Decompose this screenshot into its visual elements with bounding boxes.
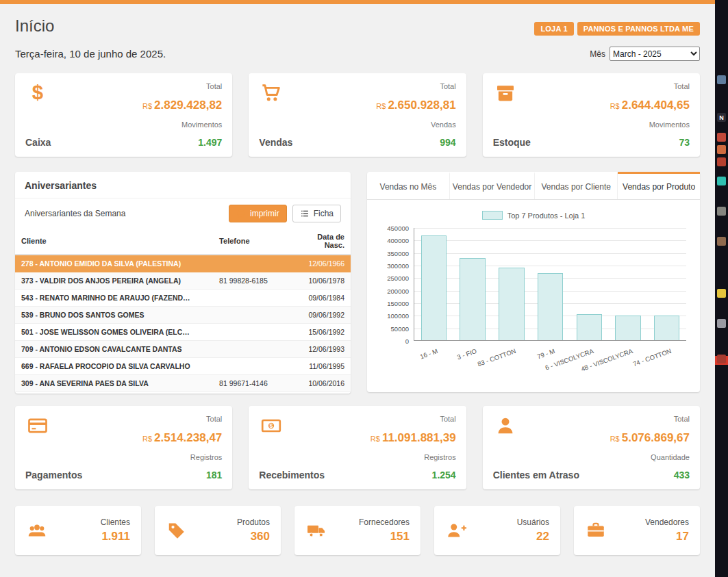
strip-app-icon[interactable] (717, 177, 726, 185)
stat-count-label: Registros (142, 453, 222, 461)
ficha-button[interactable]: Ficha (292, 205, 341, 222)
strip-app-icon[interactable] (717, 133, 726, 142)
strip-app-icon[interactable] (717, 237, 726, 246)
chart-bar[interactable] (654, 316, 679, 340)
strip-app-icon[interactable] (717, 355, 726, 363)
legend-swatch (482, 211, 503, 220)
table-row[interactable]: 501 - JOSE WELISSON GOMES OLIVEIRA (ELC…… (15, 324, 351, 341)
legend-label: Top 7 Produtos - Loja 1 (507, 211, 586, 220)
table-row[interactable]: 669 - RAFAELA PROCOPIO DA SILVA CARVALHO… (15, 358, 351, 375)
briefcase-icon (585, 520, 607, 541)
browser-side-strip: N (715, 0, 728, 577)
tab-vendas-por-vendedor[interactable]: Vendas por Vendedor (450, 172, 535, 199)
stat-row-top: $CaixaTotalR$2.829.428,82Movimentos1.497… (15, 73, 700, 157)
cart-icon (259, 82, 284, 104)
stat-total-label: Total (610, 82, 690, 90)
y-tick-label: 150000 (387, 300, 409, 307)
main-content: Início LOJA 1 PANNOS E PANNOS LTDA ME Te… (0, 4, 715, 577)
stat-count-value: 73 (610, 137, 690, 148)
chart-bar[interactable] (460, 258, 485, 340)
stat-total-value: R$2.514.238,47 (142, 431, 222, 445)
tab-vendas-por-produto[interactable]: Vendas por Produto (618, 172, 700, 199)
stat-total-label: Total (376, 82, 455, 90)
x-tick-label: 3 - FIO (456, 347, 478, 361)
strip-app-icon[interactable] (717, 75, 726, 84)
cell-phone (213, 290, 290, 307)
mini-card-vendedores[interactable]: Vendedores17 (574, 506, 700, 555)
stat-card-right: TotalR$2.650.928,81Vendas994 (376, 82, 455, 148)
current-date-text: Terça-feira, 10 de junho de 2025. (15, 48, 166, 60)
birthdays-panel: Aniversariantes Aniversariantes da Seman… (15, 172, 351, 394)
stat-total-label: Total (142, 82, 222, 90)
bar-cell (570, 228, 609, 340)
cell-birthdate: 15/06/1992 (290, 324, 351, 341)
chart-bar[interactable] (615, 316, 640, 340)
ficha-button-label: Ficha (314, 209, 334, 218)
table-row[interactable]: 543 - RENATO MARINHO DE ARAUJO (FAZEND…0… (15, 290, 351, 307)
stat-row-bottom: PagamentosTotalR$2.514.238,47Registros18… (15, 406, 700, 489)
y-tick-label: 250000 (387, 274, 409, 282)
stat-card-title: Clientes em Atraso (493, 470, 579, 480)
table-row[interactable]: 309 - ANA SEVERINA PAES DA SILVA81 99671… (15, 375, 351, 392)
stat-card-caixa: $CaixaTotalR$2.829.428,82Movimentos1.497 (15, 73, 232, 157)
strip-app-icon[interactable] (717, 319, 726, 328)
chart-y-axis: 4500004000003500003000002500002000001500… (381, 228, 414, 341)
chart-bar[interactable] (538, 273, 563, 340)
cell-birthdate: 10/06/2016 (290, 375, 351, 392)
month-select[interactable]: March - 2025 (610, 47, 700, 61)
mini-card-label: Vendedores (645, 517, 689, 527)
stat-total-value: R$2.644.404,65 (610, 99, 690, 112)
truck-icon (305, 520, 327, 541)
archive-icon (493, 82, 518, 104)
table-row[interactable]: 278 - ANTONIO EMIDIO DA SILVA (PALESTINA… (15, 255, 351, 272)
cell-client: 543 - RENATO MARINHO DE ARAUJO (FAZEND… (15, 290, 213, 307)
sales-panel: Vendas no MêsVendas por VendedorVendas p… (367, 172, 700, 392)
chart-bar[interactable] (421, 235, 447, 340)
birthday-table-header: Cliente Telefone Data de Nasc. (15, 229, 351, 255)
mini-card-label: Fornecedores (359, 517, 410, 527)
print-button[interactable]: imprimir (229, 205, 287, 222)
birthday-table: Cliente Telefone Data de Nasc. 278 - ANT… (15, 229, 351, 392)
mini-card-usuarios[interactable]: Usuários22 (434, 506, 560, 555)
currency-prefix: R$ (142, 102, 152, 110)
stat-total-label: Total (142, 415, 222, 423)
bar-cell (453, 228, 492, 340)
mini-card-clientes[interactable]: Clientes1.911 (15, 506, 141, 555)
person-icon (493, 415, 518, 437)
cell-phone (213, 341, 290, 358)
cell-birthdate: 09/06/1992 (290, 307, 351, 324)
table-row[interactable]: 373 - VALDIR DOS ANJOS PEREIRA (ANGELA)8… (15, 272, 351, 290)
tab-vendas-por-cliente[interactable]: Vendas por Cliente (535, 172, 618, 199)
tab-vendas-no-mes[interactable]: Vendas no Mês (367, 172, 450, 199)
mini-card-produtos[interactable]: Produtos360 (155, 506, 281, 555)
strip-app-icon[interactable] (717, 207, 726, 216)
strip-app-icon[interactable] (717, 145, 726, 154)
stat-total-value: R$5.076.869,67 (610, 431, 690, 445)
bar-cell (414, 228, 453, 340)
mini-card-fornecedores[interactable]: Fornecedores151 (294, 506, 421, 555)
mini-card-value: 360 (237, 530, 270, 543)
stat-count-value: 1.497 (142, 137, 222, 148)
company-badge[interactable]: PANNOS E PANNOS LTDA ME (577, 22, 700, 36)
table-row[interactable]: 709 - ANTONIO EDSON CAVALCANTE DANTAS12/… (15, 341, 351, 358)
stat-count-value: 433 (610, 470, 690, 480)
x-cell: 48 - VISCOLYCRA (608, 341, 647, 371)
strip-app-icon[interactable] (717, 289, 726, 298)
chart-bar[interactable] (499, 268, 524, 340)
x-tick-label: 79 - M (536, 347, 555, 361)
store-badge[interactable]: LOJA 1 (534, 22, 573, 36)
stat-card-right: TotalR$2.514.238,47Registros181 (142, 415, 222, 480)
stat-card-vendas: VendasTotalR$2.650.928,81Vendas994 (249, 73, 466, 157)
strip-n-icon[interactable]: N (717, 113, 726, 122)
y-tick-label: 200000 (387, 287, 409, 294)
chart-x-axis: 16 - M3 - FIO83 - COTTON79 - M6 - VISCOL… (414, 341, 686, 371)
strip-app-icon[interactable] (717, 157, 726, 166)
bar-cell (609, 228, 648, 340)
stat-total-label: Total (610, 415, 690, 423)
mini-card-right: Produtos360 (237, 517, 270, 543)
table-row[interactable]: 539 - BRUNO DOS SANTOS GOMES09/06/1992 (15, 307, 351, 324)
chart-bar[interactable] (577, 314, 602, 340)
x-cell: 16 - M (414, 341, 453, 371)
cell-client: 501 - JOSE WELISSON GOMES OLIVEIRA (ELC… (15, 324, 213, 341)
month-filter: Mês March - 2025 (590, 47, 700, 61)
